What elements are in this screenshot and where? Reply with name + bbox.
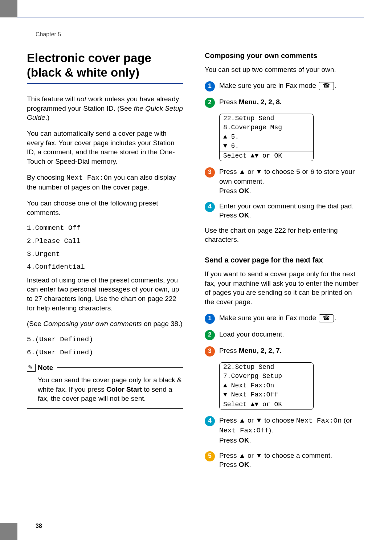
left-column: Electronic cover page (black & white onl…: [27, 51, 183, 475]
sec1-step3-body: Press ▲ or ▼ to choose 5 or 6 to store y…: [219, 167, 361, 196]
side-tab-top: [0, 0, 17, 17]
note-title: Note: [38, 363, 53, 372]
sec1-title: Composing your own comments: [205, 51, 361, 61]
preset-3: 3.Urgent: [27, 250, 183, 259]
step-badge-4: 4: [205, 202, 215, 212]
fax-icon: [319, 82, 334, 90]
sec1-step2-body: Press Menu, 2, 2, 8.: [219, 97, 361, 107]
sec2-step1-body: Make sure you are in Fax mode .: [219, 313, 361, 323]
lcd1-l4: ▼ 6.: [220, 142, 313, 151]
right-column: Composing your own comments You can set …: [205, 51, 361, 475]
header-rule: [17, 17, 364, 17]
title-line2: (black & white only): [27, 66, 139, 79]
manual-page: Chapter 5 Electronic cover page (black &…: [0, 0, 392, 554]
title-line1: Electronic cover page: [27, 51, 151, 65]
user-defined-6: 6.(User Defined): [27, 348, 183, 358]
lcd2-sel: Select ▲▼ or OK: [220, 400, 313, 410]
note-rule: [57, 367, 183, 368]
sec1-step1-body: Make sure you are in Fax mode .: [219, 81, 361, 90]
step-badge-3b: 3: [205, 346, 215, 357]
sec1-step4: 4 Enter your own comment using the dial …: [205, 201, 361, 220]
lcd-display-1: 22.Setup Send 8.Coverpage Msg ▲ 5. ▼ 6. …: [219, 114, 314, 161]
intro-p2: You can automatically send a cover page …: [27, 129, 183, 166]
sec1-outro: Use the chart on page 222 for help enter…: [205, 226, 361, 244]
note-icon: [27, 364, 36, 372]
lcd2-l2: 7.Coverpg Setup: [220, 372, 313, 381]
content-columns: Electronic cover page (black & white onl…: [27, 51, 364, 475]
preset-2: 2.Please Call: [27, 237, 183, 246]
lcd1-l1: 22.Setup Send: [220, 114, 313, 123]
sec2-step3-body: Press Menu, 2, 2, 7.: [219, 346, 361, 355]
lcd-display-2: 22.Setup Send 7.Coverpg Setup ▲ Next Fax…: [219, 362, 314, 410]
lcd1-l3: ▲ 5.: [220, 133, 313, 142]
preset-4: 4.Confidential: [27, 262, 183, 272]
step-badge-1b: 1: [205, 314, 215, 324]
sec1-intro: You can set up two comments of your own.: [205, 65, 361, 74]
sec2-step4-body: Press ▲ or ▼ to choose Next Fax:On (or N…: [219, 416, 361, 445]
note-bottom-rule: [27, 408, 183, 409]
step-badge-4b: 4: [205, 416, 215, 426]
lcd2-l1: 22.Setup Send: [220, 363, 313, 372]
side-tab-bottom: [0, 523, 17, 540]
note-block: Note You can send the cover page only fo…: [27, 363, 183, 409]
user-defined-5: 5.(User Defined): [27, 335, 183, 345]
sec1-step2: 2 Press Menu, 2, 2, 8.: [205, 97, 361, 108]
sec2-intro: If you want to send a cover page only fo…: [205, 269, 361, 307]
sec1-step3: 3 Press ▲ or ▼ to choose 5 or 6 to store…: [205, 167, 361, 196]
chapter-label: Chapter 5: [36, 31, 61, 38]
intro-p4: You can choose one of the following pres…: [27, 199, 183, 217]
step-badge-1: 1: [205, 81, 215, 91]
note-body: You can send the cover page only for a b…: [27, 372, 183, 408]
lcd1-l2: 8.Coverpage Msg: [220, 123, 313, 133]
step-badge-3: 3: [205, 167, 215, 178]
preset-1: 1.Comment Off: [27, 224, 183, 233]
note-head: Note: [27, 363, 183, 372]
sec2-step5: 5 Press ▲ or ▼ to choose a comment. Pres…: [205, 451, 361, 469]
title-underline: [27, 83, 183, 84]
sec2-step3: 3 Press Menu, 2, 2, 7.: [205, 346, 361, 357]
sec2-step2: 2 Load your document.: [205, 330, 361, 340]
step-badge-2b: 2: [205, 330, 215, 340]
sec2-title: Send a cover page for the next fax: [205, 255, 361, 265]
intro-p3: By choosing Next Fax:On you can also dis…: [27, 173, 183, 192]
sec2-step1: 1 Make sure you are in Fax mode .: [205, 313, 361, 324]
sec1-step4-body: Enter your own comment using the dial pa…: [219, 201, 361, 220]
lcd2-l3: ▲ Next Fax:On: [220, 381, 313, 391]
sec2-step4: 4 Press ▲ or ▼ to choose Next Fax:On (or…: [205, 416, 361, 445]
fax-icon: [319, 314, 334, 322]
step-badge-2: 2: [205, 98, 215, 108]
intro-p6: (See Composing your own comments on page…: [27, 319, 183, 329]
sec1-step1: 1 Make sure you are in Fax mode .: [205, 81, 361, 91]
sec2-step2-body: Load your document.: [219, 330, 361, 339]
intro-p1: This feature will not work unless you ha…: [27, 94, 183, 122]
lcd2-l4: ▼ Next Fax:Off: [220, 390, 313, 400]
lcd1-sel: Select ▲▼ or OK: [220, 151, 313, 161]
sec2-step5-body: Press ▲ or ▼ to choose a comment. Press …: [219, 451, 361, 469]
step-badge-5: 5: [205, 451, 215, 461]
page-number: 38: [36, 523, 42, 529]
section-title: Electronic cover page (black & white onl…: [27, 51, 183, 80]
intro-p5: Instead of using one of the preset comme…: [27, 276, 183, 313]
